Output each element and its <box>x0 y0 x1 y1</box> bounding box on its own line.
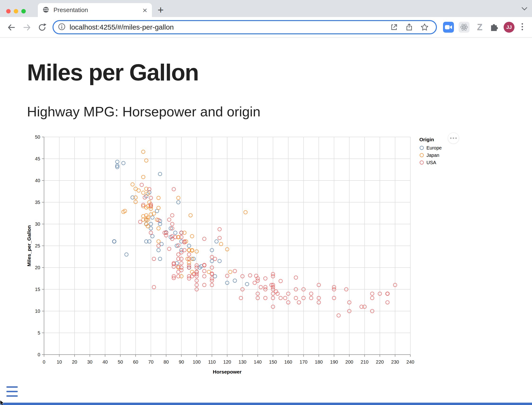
react-devtools-extension-icon[interactable] <box>459 22 470 33</box>
presentation-progress-bar[interactable] <box>0 403 532 405</box>
x-axis-title: Horsepower <box>213 369 241 374</box>
data-point <box>253 281 257 285</box>
x-axis-tick-label: 210 <box>361 359 368 364</box>
window-minimize-button[interactable] <box>14 9 18 14</box>
new-tab-button[interactable]: + <box>158 5 164 15</box>
data-point <box>337 314 340 317</box>
bookmark-star-icon[interactable] <box>420 23 429 32</box>
data-point <box>173 231 177 234</box>
forward-button[interactable] <box>21 21 33 34</box>
x-axis-tick-label: 240 <box>406 359 414 364</box>
data-point <box>386 292 389 296</box>
x-axis-tick-label: 90 <box>179 359 184 364</box>
legend-symbol-europe <box>420 146 424 150</box>
data-point <box>244 210 247 214</box>
data-point <box>264 296 267 300</box>
x-axis-tick-label: 160 <box>284 359 292 364</box>
data-point <box>264 285 267 289</box>
data-point <box>213 257 217 261</box>
profile-avatar[interactable]: JJ <box>504 22 514 33</box>
window-close-button[interactable] <box>6 9 11 14</box>
data-point <box>309 292 313 296</box>
browser-tab[interactable]: Presentation × <box>38 3 152 17</box>
x-axis-tick-label: 60 <box>133 359 138 364</box>
data-point <box>233 269 237 273</box>
scatter-chart-svg: 0102030405060708090100110120130140150160… <box>24 131 473 389</box>
page-title: Miles per Gallon <box>27 59 198 86</box>
data-point <box>138 220 142 223</box>
data-point <box>386 301 389 304</box>
y-axis-tick-label: 0 <box>38 352 40 357</box>
data-point <box>203 269 206 273</box>
data-point <box>218 236 221 240</box>
chart-options-button[interactable] <box>448 133 459 144</box>
data-point <box>190 234 194 238</box>
share-icon[interactable] <box>405 23 413 31</box>
data-point <box>112 240 116 243</box>
window-zoom-button[interactable] <box>21 9 26 14</box>
chart-axes: 0102030405060708090100110120130140150160… <box>26 134 414 374</box>
slide-menu-button[interactable] <box>6 386 18 397</box>
favicon-globe-icon <box>43 6 49 14</box>
data-point <box>125 253 128 256</box>
y-axis-tick-label: 25 <box>35 243 40 248</box>
x-axis-tick-label: 110 <box>208 359 216 364</box>
data-point <box>142 191 145 195</box>
data-point <box>294 276 298 279</box>
x-axis-tick-label: 130 <box>239 359 246 364</box>
data-point <box>203 274 206 278</box>
data-point <box>218 228 221 231</box>
legend-title: Origin <box>419 137 434 142</box>
data-point <box>142 150 145 154</box>
x-axis-tick-label: 230 <box>391 359 399 364</box>
data-point <box>294 296 298 300</box>
scatter-points <box>112 150 397 317</box>
x-axis-tick-label: 0 <box>43 359 45 364</box>
data-point <box>248 274 252 277</box>
data-point <box>219 242 223 246</box>
x-axis-tick-label: 50 <box>118 359 123 364</box>
data-point <box>177 270 180 274</box>
data-point <box>172 265 176 269</box>
x-axis-tick-label: 10 <box>57 359 62 364</box>
url-text[interactable]: localhost:4255/#/miles-per-gallon <box>70 23 390 31</box>
data-point <box>218 259 221 263</box>
data-point <box>157 240 160 243</box>
reload-button[interactable] <box>36 21 48 34</box>
open-in-new-icon[interactable] <box>390 23 398 31</box>
browser-menu-kebab-icon[interactable] <box>522 23 523 30</box>
y-axis-tick-label: 15 <box>35 287 40 292</box>
data-point <box>187 263 191 267</box>
x-axis-tick-label: 170 <box>300 359 307 364</box>
data-point <box>233 279 237 283</box>
chart-legend: OriginEuropeJapanUSA <box>419 137 442 165</box>
chart-grid <box>44 137 410 355</box>
x-axis-tick-label: 70 <box>148 359 153 364</box>
y-axis-tick-label: 45 <box>35 156 40 161</box>
url-bar[interactable]: localhost:4255/#/miles-per-gallon <box>53 20 437 34</box>
data-point <box>370 292 374 296</box>
y-axis-title: Miles_per_Gallon <box>26 225 32 266</box>
tab-close-icon[interactable]: × <box>143 6 147 14</box>
data-point <box>171 214 174 217</box>
y-axis-tick-label: 40 <box>35 178 40 183</box>
y-axis-tick-label: 5 <box>38 330 40 335</box>
zoom-extension-icon[interactable] <box>443 22 454 33</box>
y-axis-tick-label: 30 <box>35 222 40 227</box>
x-axis-tick-label: 30 <box>87 359 92 364</box>
data-point <box>158 257 162 261</box>
data-point <box>239 296 243 300</box>
legend-symbol-japan <box>420 154 424 157</box>
data-point <box>157 196 160 200</box>
x-axis-tick-label: 40 <box>102 359 108 364</box>
z-extension-icon[interactable]: Z <box>474 22 485 33</box>
data-point <box>122 161 125 165</box>
site-info-icon[interactable] <box>58 23 66 32</box>
x-axis-tick-label: 200 <box>345 359 353 364</box>
tab-search-chevron-icon[interactable] <box>521 7 528 12</box>
back-button[interactable] <box>5 21 18 34</box>
extensions-puzzle-icon[interactable] <box>488 22 499 33</box>
y-axis-tick-label: 20 <box>35 265 40 270</box>
data-point <box>228 270 232 274</box>
data-point <box>157 206 160 209</box>
